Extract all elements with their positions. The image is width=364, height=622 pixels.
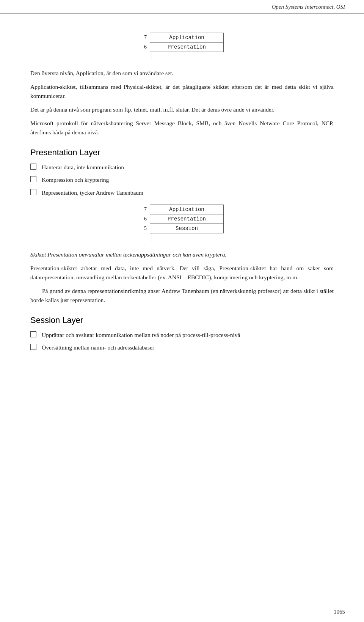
- layer-num: 5: [140, 224, 150, 233]
- bullet-checkbox-icon: [30, 189, 36, 195]
- layer-label: Presentation: [150, 43, 224, 52]
- list-item: Hanterar data, inte kommunikation: [30, 163, 334, 172]
- page-footer: 1065: [334, 609, 345, 615]
- page-number: 1065: [334, 609, 345, 615]
- header-title: Open Systems Interconnect, OSI: [271, 4, 345, 10]
- bullet-checkbox-icon: [30, 176, 36, 182]
- layer-label: Application: [150, 33, 224, 43]
- table-row: 7 Application: [140, 33, 224, 43]
- bullet-text: Hanterar data, inte kommunikation: [42, 163, 334, 172]
- layer-num: 7: [140, 33, 150, 43]
- bullet-checkbox-icon: [30, 344, 36, 350]
- osi-table-1: 7 Application 6 Presentation: [140, 33, 224, 52]
- bullet-checkbox-icon: [30, 331, 36, 337]
- bullet-text: Upprättar och avslutar kommunikation mel…: [42, 331, 334, 339]
- paragraph-7: På grund av denna representationsinriktn…: [30, 287, 334, 305]
- list-item: Kompression och kryptering: [30, 175, 334, 184]
- layer-num: 6: [140, 214, 150, 224]
- osi-diagram-1: 7 Application 6 Presentation: [140, 33, 224, 60]
- paragraph-3: Det är på denna nivå som program som ftp…: [30, 105, 334, 114]
- paragraph-1: Den översta nivån, Application, är den s…: [30, 69, 334, 78]
- layer-label: Session: [150, 224, 224, 233]
- paragraph-4: Microsoft protokoll för nätverkshanterin…: [30, 119, 334, 137]
- layer-num: 7: [140, 205, 150, 214]
- table-row: 7 Application: [140, 205, 224, 214]
- dashed-connector: [152, 52, 224, 60]
- session-layer-heading: Session Layer: [30, 315, 334, 325]
- paragraph-2: Application-skiktet, tillsammans med Phy…: [30, 82, 334, 101]
- table-row: 6 Presentation: [140, 214, 224, 224]
- page-header: Open Systems Interconnect, OSI: [0, 0, 364, 14]
- bullet-text: Översättning mellan namn- och adressdata…: [42, 343, 334, 352]
- osi-diagram-2: 7 Application 6 Presentation 5 Session: [140, 205, 224, 241]
- presentation-layer-heading: Presentation Layer: [30, 148, 334, 157]
- paragraph-caption: Skiktet Presentation omvandlar mellan te…: [30, 250, 334, 259]
- page: Open Systems Interconnect, OSI 7 Applica…: [0, 0, 364, 622]
- dashed-connector: [152, 233, 224, 241]
- paragraph-6: Presentation-skiktet arbetar med data, i…: [30, 264, 334, 282]
- content-area: 7 Application 6 Presentation Den översta…: [0, 14, 364, 380]
- list-item: Representation, tycker Andrew Tanenbaum: [30, 188, 334, 197]
- list-item: Översättning mellan namn- och adressdata…: [30, 343, 334, 352]
- table-row: 6 Presentation: [140, 43, 224, 52]
- presentation-layer-bullets: Hanterar data, inte kommunikation Kompre…: [30, 163, 334, 197]
- layer-label: Application: [150, 205, 224, 214]
- session-layer-bullets: Upprättar och avslutar kommunikation mel…: [30, 331, 334, 352]
- bullet-text: Kompression och kryptering: [42, 175, 334, 184]
- bullet-checkbox-icon: [30, 164, 36, 170]
- layer-num: 6: [140, 43, 150, 52]
- table-row: 5 Session: [140, 224, 224, 233]
- bullet-text: Representation, tycker Andrew Tanenbaum: [42, 188, 334, 197]
- osi-table-2: 7 Application 6 Presentation 5 Session: [140, 205, 224, 233]
- list-item: Upprättar och avslutar kommunikation mel…: [30, 331, 334, 339]
- layer-label: Presentation: [150, 214, 224, 224]
